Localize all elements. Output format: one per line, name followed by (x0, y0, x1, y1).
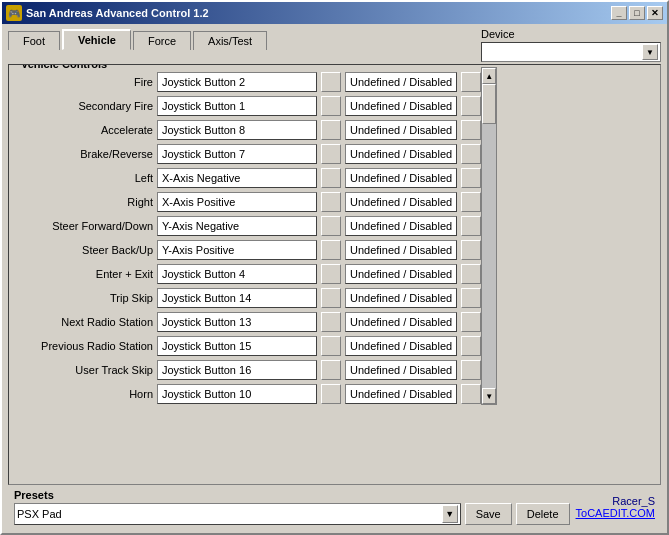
clear-secondary-button[interactable] (461, 120, 481, 140)
tab-force[interactable]: Force (133, 31, 191, 50)
credit-link[interactable]: ToCAEDIT.COM (576, 507, 655, 519)
primary-input[interactable]: Joystick Button 2 (157, 72, 317, 92)
clear-primary-button[interactable] (321, 264, 341, 284)
primary-input[interactable]: Joystick Button 10 (157, 384, 317, 404)
credit-area: Racer_S ToCAEDIT.COM (576, 495, 655, 519)
presets-dropdown[interactable]: PSX Pad ▼ (14, 503, 461, 525)
control-label: Previous Radio Station (13, 340, 153, 352)
primary-input[interactable]: Joystick Button 8 (157, 120, 317, 140)
scrollbar-down-button[interactable]: ▼ (482, 388, 496, 404)
secondary-input[interactable]: Undefined / Disabled (345, 192, 457, 212)
control-row: Steer Forward/DownY-Axis NegativeUndefin… (13, 215, 481, 237)
clear-primary-button[interactable] (321, 96, 341, 116)
primary-input[interactable]: Joystick Button 13 (157, 312, 317, 332)
clear-primary-button[interactable] (321, 384, 341, 404)
control-row: Steer Back/UpY-Axis PositiveUndefined / … (13, 239, 481, 261)
primary-input[interactable]: Joystick Button 14 (157, 288, 317, 308)
primary-input[interactable]: X-Axis Negative (157, 168, 317, 188)
device-dropdown[interactable]: ▼ (481, 42, 661, 62)
clear-secondary-button[interactable] (461, 312, 481, 332)
clear-primary-button[interactable] (321, 240, 341, 260)
clear-secondary-button[interactable] (461, 144, 481, 164)
clear-primary-button[interactable] (321, 216, 341, 236)
device-label: Device (481, 28, 515, 40)
scrollbar-up-button[interactable]: ▲ (482, 68, 496, 84)
secondary-input[interactable]: Undefined / Disabled (345, 216, 457, 236)
secondary-input[interactable]: Undefined / Disabled (345, 240, 457, 260)
list-area: FireJoystick Button 2Undefined / Disable… (13, 67, 656, 405)
tab-bar: Foot Vehicle Force Axis/Test (8, 28, 471, 49)
clear-secondary-button[interactable] (461, 240, 481, 260)
tab-foot[interactable]: Foot (8, 31, 60, 50)
clear-secondary-button[interactable] (461, 264, 481, 284)
device-area: Device ▼ (481, 28, 661, 62)
clear-secondary-button[interactable] (461, 336, 481, 356)
close-button[interactable]: ✕ (647, 6, 663, 20)
presets-value: PSX Pad (17, 508, 62, 520)
clear-primary-button[interactable] (321, 288, 341, 308)
vehicle-controls-group: Vehicle Controls FireJoystick Button 2Un… (8, 64, 661, 485)
control-label: Trip Skip (13, 292, 153, 304)
delete-button[interactable]: Delete (516, 503, 570, 525)
primary-input[interactable]: Joystick Button 16 (157, 360, 317, 380)
primary-input[interactable]: Y-Axis Positive (157, 240, 317, 260)
secondary-input[interactable]: Undefined / Disabled (345, 264, 457, 284)
maximize-button[interactable]: □ (629, 6, 645, 20)
scrollbar-thumb[interactable] (482, 84, 496, 124)
clear-primary-button[interactable] (321, 144, 341, 164)
primary-input[interactable]: X-Axis Positive (157, 192, 317, 212)
device-dropdown-arrow[interactable]: ▼ (642, 44, 658, 60)
title-bar: 🎮 San Andreas Advanced Control 1.2 _ □ ✕ (2, 2, 667, 24)
clear-secondary-button[interactable] (461, 168, 481, 188)
title-buttons: _ □ ✕ (611, 6, 663, 20)
secondary-input[interactable]: Undefined / Disabled (345, 96, 457, 116)
secondary-input[interactable]: Undefined / Disabled (345, 312, 457, 332)
minimize-button[interactable]: _ (611, 6, 627, 20)
save-button[interactable]: Save (465, 503, 512, 525)
title-bar-left: 🎮 San Andreas Advanced Control 1.2 (6, 5, 209, 21)
clear-primary-button[interactable] (321, 312, 341, 332)
clear-secondary-button[interactable] (461, 360, 481, 380)
secondary-input[interactable]: Undefined / Disabled (345, 144, 457, 164)
presets-section: Presets PSX Pad ▼ Save Delete (14, 489, 570, 525)
secondary-input[interactable]: Undefined / Disabled (345, 120, 457, 140)
presets-arrow[interactable]: ▼ (442, 505, 458, 523)
clear-secondary-button[interactable] (461, 288, 481, 308)
clear-secondary-button[interactable] (461, 384, 481, 404)
tab-vehicle[interactable]: Vehicle (62, 29, 131, 50)
content-area: Foot Vehicle Force Axis/Test Device ▼ Ve… (2, 24, 667, 533)
clear-secondary-button[interactable] (461, 96, 481, 116)
window-title: San Andreas Advanced Control 1.2 (26, 7, 209, 19)
tab-axistest[interactable]: Axis/Test (193, 31, 267, 50)
clear-primary-button[interactable] (321, 72, 341, 92)
secondary-input[interactable]: Undefined / Disabled (345, 360, 457, 380)
control-row: HornJoystick Button 10Undefined / Disabl… (13, 383, 481, 405)
control-label: Steer Forward/Down (13, 220, 153, 232)
bottom-bar: Presets PSX Pad ▼ Save Delete Racer_S To… (8, 485, 661, 529)
control-label: Horn (13, 388, 153, 400)
primary-input[interactable]: Y-Axis Negative (157, 216, 317, 236)
secondary-input[interactable]: Undefined / Disabled (345, 72, 457, 92)
control-row: LeftX-Axis NegativeUndefined / Disabled (13, 167, 481, 189)
clear-primary-button[interactable] (321, 168, 341, 188)
secondary-input[interactable]: Undefined / Disabled (345, 168, 457, 188)
primary-input[interactable]: Joystick Button 7 (157, 144, 317, 164)
clear-primary-button[interactable] (321, 120, 341, 140)
control-label: User Track Skip (13, 364, 153, 376)
clear-secondary-button[interactable] (461, 216, 481, 236)
primary-input[interactable]: Joystick Button 4 (157, 264, 317, 284)
clear-secondary-button[interactable] (461, 192, 481, 212)
app-icon: 🎮 (6, 5, 22, 21)
clear-primary-button[interactable] (321, 192, 341, 212)
secondary-input[interactable]: Undefined / Disabled (345, 336, 457, 356)
secondary-input[interactable]: Undefined / Disabled (345, 288, 457, 308)
control-row: AccelerateJoystick Button 8Undefined / D… (13, 119, 481, 141)
primary-input[interactable]: Joystick Button 1 (157, 96, 317, 116)
control-label: Accelerate (13, 124, 153, 136)
control-label: Next Radio Station (13, 316, 153, 328)
clear-primary-button[interactable] (321, 336, 341, 356)
primary-input[interactable]: Joystick Button 15 (157, 336, 317, 356)
clear-primary-button[interactable] (321, 360, 341, 380)
clear-secondary-button[interactable] (461, 72, 481, 92)
secondary-input[interactable]: Undefined / Disabled (345, 384, 457, 404)
